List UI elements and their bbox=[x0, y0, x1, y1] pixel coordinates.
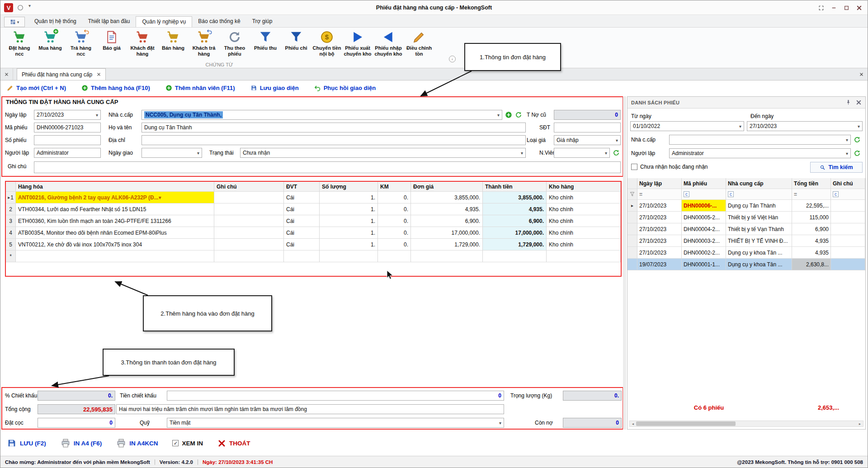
ghi-chu-cell[interactable] bbox=[831, 259, 865, 270]
col-kho-hang[interactable]: Kho hàng bbox=[547, 182, 621, 192]
tong-tien-cell[interactable]: 2,630,8... bbox=[792, 259, 831, 270]
dropdown-arrow-icon[interactable]: ▾ bbox=[844, 137, 848, 142]
dropdown-arrow-icon[interactable]: ▾ bbox=[495, 113, 500, 118]
search-button[interactable]: Tìm kiếm bbox=[810, 162, 863, 173]
print-a4kcn-button[interactable]: IN A4KCN bbox=[116, 438, 158, 448]
dvt-cell[interactable]: Cái bbox=[284, 227, 320, 239]
nha-cung-cap-field[interactable]: NCC005, Dụng cụ Tân Thành,▾ bbox=[142, 110, 502, 120]
trong-luong-field[interactable]: 0. bbox=[563, 391, 622, 401]
ngay-lap-cell[interactable]: 27/10/2023 bbox=[637, 235, 682, 247]
ngay-lap-field[interactable]: 27/10/2023▾ bbox=[34, 110, 101, 120]
ghi-chu-field[interactable] bbox=[34, 161, 621, 173]
panel-nha-cung-cap-field[interactable]: ▾ bbox=[669, 135, 851, 145]
col-ghi-chu[interactable]: Ghi chú bbox=[214, 182, 284, 192]
ribbon-item-tra-hang-ncc[interactable]: Trả hàng ncc bbox=[66, 29, 96, 58]
refresh-icon[interactable] bbox=[515, 111, 522, 118]
hang-hoa-cell[interactable]: VTH00344, Lưỡi dao mổ Fearther Nhật số 1… bbox=[16, 203, 214, 215]
ghi-chu-cell[interactable] bbox=[214, 203, 284, 215]
ghi-chu-cell[interactable] bbox=[831, 200, 865, 212]
ma-phieu-cell[interactable]: DHN00002-2... bbox=[682, 247, 726, 259]
maximize-button[interactable] bbox=[840, 2, 852, 13]
dvt-cell[interactable]: Cái bbox=[284, 239, 320, 251]
col-nha-cung-cap[interactable]: Nhà cung cấp bbox=[726, 178, 792, 189]
menu-tab-bao-cao-thong-ke[interactable]: Báo cáo thống kê bbox=[192, 16, 246, 27]
ribbon-item-thu-theo-phieu[interactable]: Thu theo phiếu bbox=[219, 29, 250, 58]
dvt-cell[interactable]: Cái bbox=[284, 192, 320, 203]
tong-tien-cell[interactable]: 22,595,... bbox=[792, 200, 831, 212]
km-cell[interactable]: 0. bbox=[378, 215, 411, 227]
no-cu-field[interactable]: 0 bbox=[554, 110, 621, 120]
nhan-vien-field[interactable]: ▾ bbox=[554, 148, 610, 158]
quy-field[interactable]: Tiền mặt▾ bbox=[167, 418, 504, 428]
tong-tien-cell[interactable]: 6,900 bbox=[792, 223, 831, 235]
add-employee-button[interactable]: Thêm nhân viên (F11) bbox=[165, 85, 235, 91]
hang-hoa-cell[interactable] bbox=[16, 251, 214, 262]
col-tong-tien[interactable]: Tổng tiền bbox=[792, 178, 831, 189]
ngay-lap-cell[interactable]: 27/10/2023 bbox=[637, 247, 682, 259]
ribbon-item-bao-gia[interactable]: Báo giá bbox=[96, 29, 127, 58]
ngay-lap-cell[interactable]: 27/10/2023 bbox=[637, 212, 682, 223]
record-icon[interactable] bbox=[17, 4, 24, 11]
thanh-tien-cell[interactable]: 4,935. bbox=[483, 203, 547, 215]
trang-thai-field[interactable]: Chưa nhận▾ bbox=[240, 148, 526, 158]
menu-tab-thiet-lap-ban-dau[interactable]: Thiết lập ban đầu bbox=[82, 16, 136, 27]
save-layout-button[interactable]: Lưu giao diện bbox=[250, 85, 299, 91]
scrollbar-thumb[interactable] bbox=[636, 421, 736, 426]
col-dvt[interactable]: ĐVT bbox=[284, 182, 320, 192]
ghi-chu-cell[interactable] bbox=[214, 215, 284, 227]
preview-print-checkbox[interactable]: ✓XEM IN bbox=[172, 440, 203, 447]
ribbon-item-dieu-chinh-ton[interactable]: Điều chỉnh tồn bbox=[404, 29, 434, 58]
panel-row[interactable]: 27/10/2023 DHN00002-2... Dụng cụ y khoa … bbox=[627, 247, 865, 259]
den-ngay-field[interactable]: 27/10/2023▾ bbox=[747, 121, 863, 131]
hang-hoa-cell[interactable]: ETH00360, Kim luồn tĩnh mạch an toàn 24G… bbox=[16, 215, 214, 227]
close-button[interactable] bbox=[853, 2, 865, 13]
bang-chu-field[interactable]: Hai mươi hai triệu năm trăm chín mươi lă… bbox=[116, 404, 504, 414]
dat-coc-field[interactable]: 0 bbox=[38, 418, 115, 428]
nguoi-lap-field[interactable]: Administrator bbox=[34, 148, 101, 158]
col-ngay-lap[interactable]: Ngày lập bbox=[637, 178, 682, 189]
thanh-tien-cell[interactable]: 17,000,000. bbox=[483, 227, 547, 239]
close-all-tabs-button[interactable] bbox=[0, 68, 13, 80]
panel-row-selected[interactable]: 19/07/2023 DHN00001-1... Dụng cụ y khoa … bbox=[627, 259, 865, 270]
filter-cell[interactable]: = bbox=[637, 189, 682, 200]
ghi-chu-cell[interactable] bbox=[831, 235, 865, 247]
chiet-khau-field[interactable]: 0. bbox=[38, 391, 115, 401]
ghi-chu-cell[interactable] bbox=[831, 223, 865, 235]
horizontal-scrollbar[interactable]: ◄ ► bbox=[629, 421, 863, 427]
dropdown-arrow-icon[interactable]: ▾ bbox=[195, 151, 199, 156]
ribbon-item-khach-tra-hang[interactable]: Khách trả hàng bbox=[189, 29, 219, 58]
ngay-lap-cell[interactable]: 19/07/2023 bbox=[637, 259, 682, 270]
close-tab-icon[interactable] bbox=[97, 72, 101, 76]
col-ghi-chu[interactable]: Ghi chú bbox=[831, 178, 865, 189]
nha-cung-cap-cell[interactable]: Dụng cụ y khoa Tân ... bbox=[726, 247, 792, 259]
pin-icon[interactable] bbox=[845, 99, 851, 105]
panel-splitter[interactable] bbox=[623, 96, 626, 430]
so-luong-cell[interactable]: 1. bbox=[320, 215, 378, 227]
col-ma-phieu[interactable]: Mã phiếu bbox=[682, 178, 726, 189]
application-menu-button[interactable]: ▾ bbox=[4, 17, 25, 27]
tong-tien-cell[interactable]: 4,935 bbox=[792, 235, 831, 247]
dropdown-arrow-icon[interactable]: ▾ bbox=[497, 421, 501, 425]
dropdown-arrow-icon[interactable]: ▾ bbox=[737, 124, 741, 129]
so-luong-cell[interactable]: 1. bbox=[320, 192, 378, 203]
kho-hang-cell[interactable] bbox=[547, 251, 621, 262]
ma-phieu-cell[interactable]: DHN00005-2... bbox=[682, 212, 726, 223]
filter-cell[interactable]: c bbox=[831, 189, 865, 200]
km-cell[interactable] bbox=[378, 251, 411, 262]
panel-nguoi-lap-field[interactable]: Administrator▾ bbox=[669, 148, 851, 158]
don-gia-cell[interactable]: 4,935. bbox=[411, 203, 483, 215]
kho-hang-cell[interactable]: Kho chính bbox=[547, 215, 621, 227]
sdt-field[interactable] bbox=[554, 123, 621, 132]
ribbon-item-mua-hang[interactable]: Mua hàng bbox=[35, 29, 66, 58]
exit-button[interactable]: THOÁT bbox=[217, 439, 250, 448]
dropdown-arrow-icon[interactable]: ▾ bbox=[603, 151, 607, 156]
close-icon[interactable] bbox=[856, 99, 862, 105]
pending-filter-checkbox[interactable] bbox=[631, 164, 637, 170]
ngay-giao-field[interactable]: ▾ bbox=[142, 148, 202, 158]
so-luong-cell[interactable]: 1. bbox=[320, 203, 378, 215]
kho-hang-cell[interactable]: Kho chính bbox=[547, 239, 621, 251]
refresh-icon[interactable] bbox=[613, 149, 620, 156]
don-gia-cell[interactable]: 3,855,000. bbox=[411, 192, 483, 203]
nha-cung-cap-cell[interactable]: Dụng cụ y khoa Tân ... bbox=[726, 259, 792, 270]
tong-tien-cell[interactable]: 115,000 bbox=[792, 212, 831, 223]
